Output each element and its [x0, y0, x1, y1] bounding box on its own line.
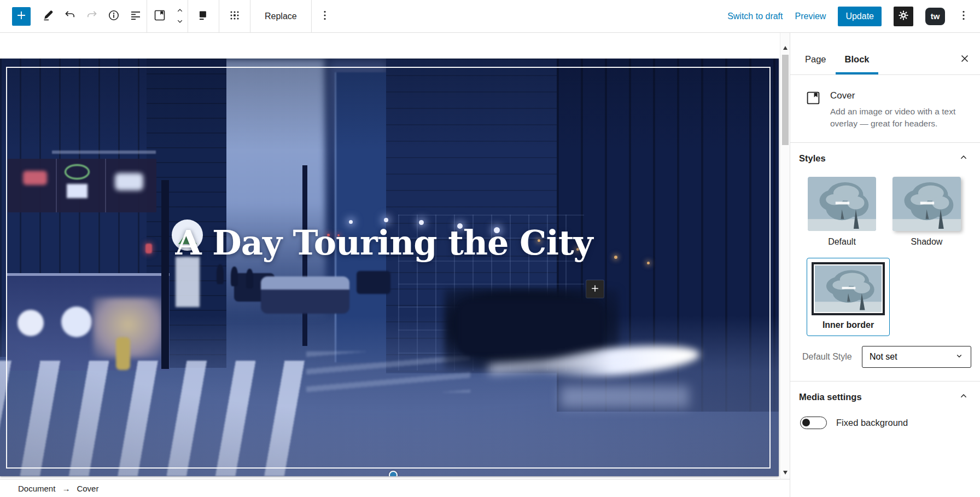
cover-block-icon [153, 8, 167, 24]
cover-block-icon [804, 89, 822, 129]
style-preview-inner-border [812, 262, 885, 315]
plus-icon [590, 283, 600, 296]
media-settings-title: Media settings [799, 392, 862, 402]
kebab-menu-icon [957, 9, 970, 24]
editor-workspace: A Day Touring the City Doc [0, 33, 980, 497]
block-card: Cover Add an image or video with a text … [790, 75, 980, 143]
style-preview-shadow [892, 177, 961, 231]
breadcrumb: Document → Cover [0, 479, 790, 497]
user-avatar[interactable]: tw [925, 8, 945, 25]
styles-panel-title: Styles [799, 153, 826, 164]
style-option-inner-border[interactable]: Inner border [807, 258, 890, 336]
breadcrumb-cover[interactable]: Cover [77, 484, 98, 493]
info-icon [107, 9, 120, 24]
chevron-up-icon [958, 391, 969, 403]
drag-handle-icon [228, 9, 241, 24]
scrollbar-up-arrow-icon[interactable] [783, 46, 788, 50]
styles-panel-header[interactable]: Styles [799, 152, 971, 165]
list-view-icon [129, 9, 142, 24]
settings-button[interactable] [894, 7, 913, 26]
toolbar-separator [311, 0, 312, 33]
move-down-button[interactable] [172, 16, 188, 27]
plus-icon [15, 9, 28, 24]
editor-canvas-column: A Day Touring the City Doc [0, 33, 790, 497]
cover-block[interactable]: A Day Touring the City [0, 59, 779, 476]
scrollbar-down-arrow-icon[interactable] [783, 471, 788, 475]
canvas-scrollbar[interactable] [780, 33, 790, 479]
wordpress-block-editor: Replace Switch to draft Preview Update t… [0, 0, 980, 497]
pencil-icon [42, 9, 55, 24]
move-up-button[interactable] [172, 5, 188, 16]
media-settings-panel: Media settings Fixed background [790, 382, 980, 444]
replace-button[interactable]: Replace [250, 0, 311, 33]
editor-toolbar: Replace Switch to draft Preview Update t… [0, 0, 980, 33]
style-label-default: Default [808, 237, 876, 247]
cover-add-block-button[interactable] [586, 280, 604, 298]
chevron-up-icon [175, 9, 185, 17]
default-style-value: Not set [870, 352, 897, 362]
kebab-menu-icon [318, 9, 331, 24]
breadcrumb-arrow-icon: → [62, 484, 70, 493]
redo-button[interactable] [81, 3, 103, 30]
sidebar-tabbar: Page Block [790, 33, 980, 75]
cover-inner-border [6, 67, 771, 469]
style-preview-default [808, 177, 876, 231]
default-style-select[interactable]: Not set [862, 346, 971, 368]
block-card-text: Cover Add an image or video with a text … [830, 89, 964, 129]
preview-link[interactable]: Preview [795, 11, 826, 21]
block-options-button[interactable] [318, 5, 331, 27]
toolbar-right-group: Switch to draft Preview Update tw [727, 0, 980, 32]
chevron-down-icon [954, 351, 964, 363]
style-options: Default Shadow [808, 177, 971, 247]
details-button[interactable] [103, 3, 125, 30]
styles-panel: Styles Default [790, 143, 980, 382]
cover-resize-handle[interactable] [389, 471, 398, 476]
drag-handle[interactable] [219, 3, 250, 30]
block-card-description: Add an image or video with a text overla… [830, 106, 964, 129]
update-button[interactable]: Update [838, 7, 882, 26]
default-style-label: Default Style [802, 352, 852, 362]
undo-icon [63, 9, 77, 24]
block-mover [172, 3, 188, 30]
redo-icon [85, 9, 98, 24]
editor-canvas[interactable]: A Day Touring the City [0, 33, 790, 479]
toggle-knob [802, 419, 810, 426]
cover-block-parent-button[interactable] [147, 3, 172, 30]
tab-page[interactable]: Page [796, 44, 836, 74]
chevron-up-icon [958, 152, 969, 165]
chevron-down-icon [175, 20, 185, 28]
style-label-shadow: Shadow [892, 237, 961, 247]
align-icon [196, 8, 211, 24]
block-inserter-button[interactable] [12, 7, 31, 26]
scrollbar-thumb[interactable] [782, 55, 789, 145]
list-view-button[interactable] [125, 3, 147, 30]
style-option-default[interactable]: Default [808, 177, 876, 247]
align-button[interactable] [188, 3, 219, 30]
edit-mode-button[interactable] [37, 3, 59, 30]
fixed-background-row: Fixed background [800, 417, 971, 429]
breadcrumb-document[interactable]: Document [18, 484, 55, 493]
style-label-inner-border: Inner border [811, 320, 885, 330]
gear-icon [897, 9, 909, 23]
undo-button[interactable] [59, 3, 81, 30]
style-option-shadow[interactable]: Shadow [892, 177, 961, 247]
close-icon [959, 53, 971, 66]
cover-title-text[interactable]: A Day Touring the City [0, 223, 779, 263]
default-style-row: Default Style Not set [802, 346, 971, 368]
close-sidebar-button[interactable] [954, 44, 976, 74]
fixed-background-toggle[interactable] [800, 417, 827, 429]
toolbar-left-group: Replace [0, 0, 331, 32]
collapse-panel-button[interactable] [956, 390, 971, 403]
settings-sidebar: Page Block Cover Add an image or video w… [790, 33, 980, 497]
fixed-background-label: Fixed background [836, 418, 908, 428]
block-card-title: Cover [830, 90, 964, 101]
collapse-panel-button[interactable] [956, 152, 971, 165]
more-options-button[interactable] [957, 5, 970, 27]
tab-block[interactable]: Block [836, 44, 879, 74]
media-settings-header[interactable]: Media settings [799, 390, 971, 403]
switch-to-draft-link[interactable]: Switch to draft [727, 11, 783, 21]
